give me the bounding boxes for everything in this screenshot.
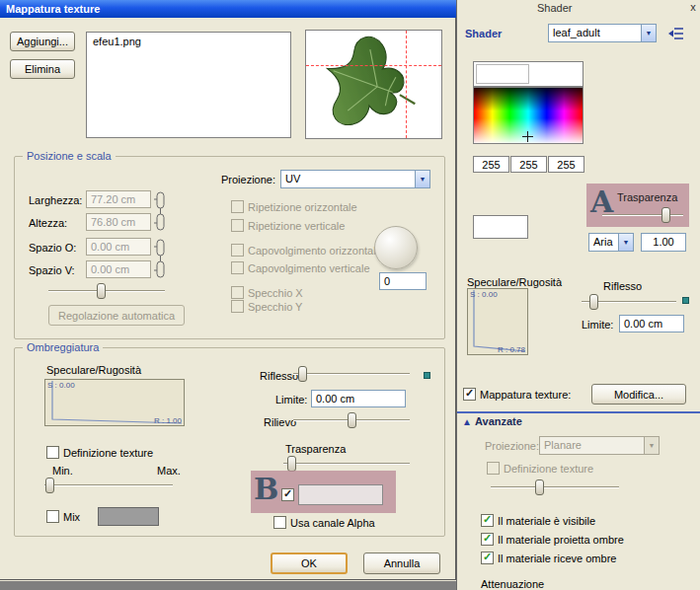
brightness-strip[interactable] bbox=[473, 61, 583, 87]
delete-texture-button[interactable]: Elimina bbox=[10, 59, 75, 79]
color-spectrum[interactable] bbox=[473, 87, 583, 144]
limit-label: Limite: bbox=[275, 394, 307, 406]
mirror-y-checkbox[interactable] bbox=[231, 300, 244, 313]
panel-projection-label: Proiezione: bbox=[485, 440, 539, 453]
red-value-field[interactable]: 255 bbox=[473, 156, 509, 173]
slider-thumb[interactable] bbox=[45, 478, 54, 493]
brightness-cursor[interactable] bbox=[476, 64, 529, 84]
max-label: Max. bbox=[157, 465, 181, 478]
r-value: R : 1.00 bbox=[154, 416, 182, 425]
chevron-down-icon[interactable]: ▼ bbox=[618, 234, 633, 251]
chevron-down-icon[interactable]: ▼ bbox=[641, 25, 656, 41]
transparency-slider[interactable] bbox=[283, 456, 410, 472]
panel-limit-field[interactable]: 0.00 cm bbox=[619, 315, 684, 332]
green-value-field[interactable]: 255 bbox=[510, 156, 547, 173]
slider-thumb[interactable] bbox=[287, 456, 296, 472]
mirror-x-label: Specchio X bbox=[248, 287, 303, 300]
specular-curve-graph[interactable]: S : 0.00 R : 1.00 bbox=[44, 379, 185, 426]
flip-vertical-checkbox[interactable] bbox=[231, 261, 244, 274]
panel-reflection-label: Riflesso bbox=[603, 280, 642, 293]
slider-track bbox=[283, 463, 410, 465]
relief-slider[interactable] bbox=[293, 412, 410, 428]
mix-checkbox[interactable] bbox=[46, 510, 59, 523]
space-u-field[interactable]: 0.00 cm bbox=[86, 238, 151, 256]
texture-list[interactable]: efeu1.png bbox=[86, 32, 291, 138]
chevron-down-icon[interactable]: ▼ bbox=[644, 437, 659, 454]
texture-definition-checkbox[interactable] bbox=[46, 446, 59, 459]
reflection-toggle-icon[interactable] bbox=[682, 297, 689, 304]
rotation-dial[interactable] bbox=[374, 226, 418, 269]
transparency-color-field[interactable] bbox=[298, 484, 383, 505]
ok-button[interactable]: OK bbox=[271, 553, 348, 574]
rotation-angle-field[interactable]: 0 bbox=[379, 272, 427, 290]
medium-select[interactable]: Aria ▼ bbox=[588, 233, 634, 252]
panel-reflection-slider[interactable] bbox=[582, 294, 676, 310]
min-max-slider[interactable] bbox=[44, 478, 173, 493]
repeat-vertical-label: Ripetizione verticale bbox=[248, 220, 345, 233]
relief-label: Rilievo bbox=[264, 416, 296, 429]
slider-thumb[interactable] bbox=[661, 207, 670, 223]
medium-amount-field[interactable]: 1.00 bbox=[641, 233, 686, 252]
shader-menu-icon[interactable] bbox=[668, 27, 684, 40]
reflection-slider[interactable] bbox=[293, 366, 410, 382]
texture-mapping-checkbox[interactable] bbox=[463, 388, 476, 401]
texture-mapping-label: Mappatura texture: bbox=[480, 389, 571, 402]
guide-line-vertical bbox=[406, 31, 407, 138]
panel-texture-definition-label: Definizione texture bbox=[504, 463, 593, 476]
repeat-horizontal-checkbox[interactable] bbox=[231, 200, 244, 213]
panel-specular-graph[interactable]: S : 0.00 R : 0.78 bbox=[467, 288, 528, 355]
height-field[interactable]: 76.80 cm bbox=[86, 213, 151, 231]
link-chain-icon[interactable] bbox=[153, 238, 166, 279]
slider-thumb[interactable] bbox=[348, 412, 356, 428]
slider-thumb[interactable] bbox=[298, 366, 307, 382]
panel-transparency-slider[interactable] bbox=[602, 207, 683, 223]
material-casts-shadows-checkbox[interactable] bbox=[481, 533, 494, 546]
texture-list-item[interactable]: efeu1.png bbox=[87, 33, 290, 50]
flip-horizontal-checkbox[interactable] bbox=[231, 244, 244, 257]
slider-thumb[interactable] bbox=[535, 479, 544, 495]
repeat-vertical-checkbox[interactable] bbox=[231, 219, 244, 232]
alpha-channel-checkbox[interactable] bbox=[273, 516, 286, 529]
mirror-x-checkbox[interactable] bbox=[231, 286, 244, 299]
close-icon[interactable]: x bbox=[687, 1, 699, 13]
flip-vertical-label: Capovolgimento verticale bbox=[248, 262, 370, 275]
slider-track bbox=[602, 214, 683, 216]
add-texture-button[interactable]: Aggiungi... bbox=[10, 32, 75, 51]
width-label: Larghezza: bbox=[29, 194, 82, 207]
group-legend: Ombreggiatura bbox=[23, 341, 103, 354]
panel-definition-slider[interactable] bbox=[491, 479, 619, 495]
panel-caption: Shader bbox=[537, 2, 572, 15]
slider-thumb[interactable] bbox=[97, 283, 106, 299]
limit-field[interactable]: 0.00 cm bbox=[311, 390, 406, 407]
shader-select[interactable]: leaf_adult ▼ bbox=[548, 24, 657, 42]
mix-color-swatch[interactable] bbox=[98, 507, 159, 526]
material-receives-shadows-checkbox[interactable] bbox=[481, 552, 494, 564]
dialog-titlebar[interactable]: Mappatura texture bbox=[0, 0, 456, 18]
cancel-button[interactable]: Annulla bbox=[363, 553, 440, 574]
link-chain-icon[interactable] bbox=[153, 190, 166, 232]
space-v-field[interactable]: 0.00 cm bbox=[86, 260, 151, 278]
panel-texture-definition-checkbox[interactable] bbox=[487, 462, 500, 475]
projection-select[interactable]: UV ▼ bbox=[280, 170, 430, 188]
slider-track bbox=[491, 486, 619, 488]
alpha-channel-label: Usa canale Alpha bbox=[290, 517, 375, 530]
projection-label: Proiezione: bbox=[221, 174, 275, 186]
edit-mapping-button[interactable]: Modifica... bbox=[591, 384, 686, 405]
reflection-toggle-icon[interactable] bbox=[424, 372, 430, 379]
scale-slider[interactable] bbox=[48, 283, 165, 299]
texture-preview bbox=[305, 30, 442, 139]
blue-value-field[interactable]: 255 bbox=[548, 156, 584, 173]
current-color-swatch[interactable] bbox=[473, 215, 528, 239]
texture-mapping-dialog: Mappatura texture Aggiungi... Elimina ef… bbox=[0, 0, 456, 580]
chevron-down-icon[interactable]: ▼ bbox=[415, 171, 429, 187]
slider-thumb[interactable] bbox=[589, 294, 598, 310]
width-field[interactable]: 77.20 cm bbox=[86, 190, 151, 208]
auto-adjust-button[interactable]: Regolazione automatica bbox=[48, 305, 185, 326]
material-receives-shadows-label: Il materiale riceve ombre bbox=[498, 553, 616, 565]
advanced-section-label[interactable]: Avanzate bbox=[475, 415, 522, 428]
material-visible-checkbox[interactable] bbox=[481, 514, 494, 527]
panel-projection-select[interactable]: Planare ▼ bbox=[539, 436, 660, 455]
spectrum-crosshair-icon bbox=[527, 131, 528, 142]
transparency-color-checkbox[interactable] bbox=[281, 488, 294, 501]
triangle-up-icon[interactable]: ▲ bbox=[462, 415, 472, 428]
